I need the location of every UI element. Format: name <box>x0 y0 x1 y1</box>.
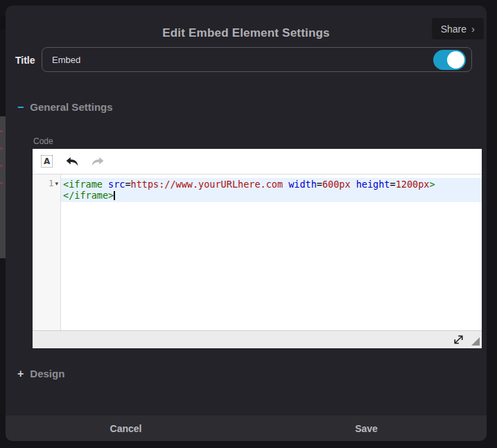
modal-title: Edit Embed Element Settings <box>6 26 487 40</box>
share-button-label: Share <box>441 24 467 35</box>
background-artifact <box>0 17 6 29</box>
save-button[interactable]: Save <box>246 415 487 441</box>
code-token: <iframe <box>63 179 103 190</box>
code-token: = <box>125 179 130 190</box>
code-token: https://www.yourURLhere.com <box>131 179 283 190</box>
code-token: 600px <box>322 179 351 190</box>
toggle-knob <box>447 51 464 69</box>
active-line-highlight: <iframe src=https://www.yourURLhere.com … <box>61 178 482 202</box>
general-settings-section-toggle[interactable]: − General Settings <box>17 101 113 113</box>
text-cursor <box>114 191 115 200</box>
code-editor[interactable]: A 1 ▾ <iframe src=https://www.yourURLher… <box>33 149 482 348</box>
design-label: Design <box>30 368 64 379</box>
background-artifact <box>0 147 3 150</box>
title-input[interactable]: Embed <box>42 47 472 72</box>
modal-footer: Cancel Save <box>6 415 487 441</box>
code-token: height <box>356 179 390 190</box>
code-fold-icon[interactable]: ▾ <box>55 180 58 187</box>
fullscreen-expand-icon[interactable] <box>453 334 464 345</box>
background-artifact <box>0 130 3 132</box>
edit-embed-settings-modal: Edit Embed Element Settings Share › Titl… <box>6 6 487 441</box>
editor-statusbar <box>33 330 482 348</box>
resize-grip[interactable] <box>471 337 480 346</box>
design-section-toggle[interactable]: + Design <box>17 368 64 379</box>
cancel-button[interactable]: Cancel <box>6 415 246 441</box>
share-button[interactable]: Share › <box>432 18 484 39</box>
code-line-1: <iframe src=https://www.yourURLhere.com … <box>63 179 482 190</box>
background-artifact <box>0 165 3 167</box>
collapse-minus-icon: − <box>17 102 24 113</box>
select-all-icon[interactable]: A <box>41 155 53 168</box>
code-token: width <box>288 179 317 190</box>
code-token: </iframe> <box>63 190 114 201</box>
code-token: 1200px <box>396 179 430 190</box>
background-artifact <box>0 116 6 258</box>
line-number: 1 <box>49 178 54 188</box>
code-token <box>283 179 288 190</box>
code-token: > <box>429 179 435 190</box>
code-field-label: Code <box>33 136 53 146</box>
code-token <box>351 179 356 190</box>
editor-toolbar: A <box>33 149 482 174</box>
undo-icon[interactable] <box>64 155 79 168</box>
editor-body[interactable]: 1 ▾ <iframe src=https://www.yourURLhere.… <box>33 174 482 330</box>
code-content[interactable]: <iframe src=https://www.yourURLhere.com … <box>61 174 482 330</box>
code-line-2: </iframe> <box>63 190 482 201</box>
general-settings-label: General Settings <box>30 101 112 113</box>
editor-gutter: 1 ▾ <box>33 174 61 330</box>
redo-icon[interactable] <box>91 155 105 168</box>
background-artifact <box>0 182 3 184</box>
title-visibility-toggle[interactable] <box>433 50 466 70</box>
code-token: = <box>390 179 396 190</box>
title-input-value: Embed <box>42 55 80 65</box>
code-token: = <box>317 179 322 190</box>
code-token: src <box>108 179 125 190</box>
chevron-right-icon: › <box>471 24 475 35</box>
expand-plus-icon: + <box>17 368 24 379</box>
code-token <box>103 179 108 190</box>
title-label: Title <box>15 55 35 66</box>
